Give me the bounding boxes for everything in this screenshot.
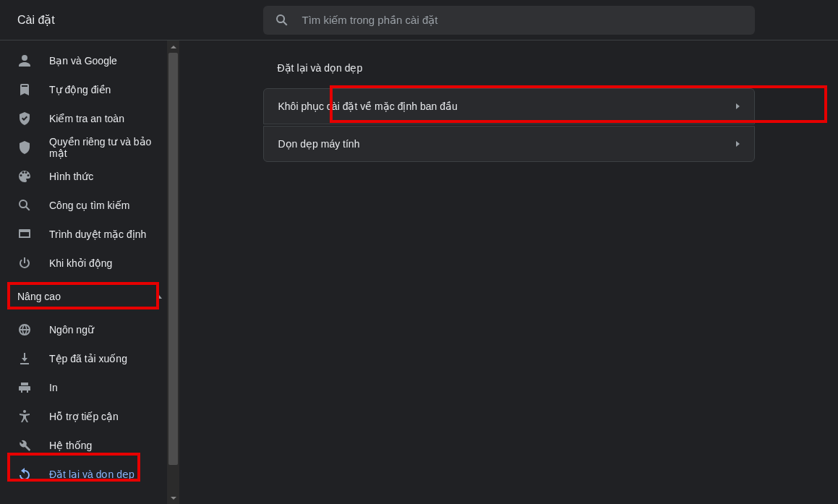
autofill-icon	[17, 82, 32, 97]
palette-icon	[17, 169, 32, 184]
page-title: Cài đặt	[0, 13, 179, 27]
scroll-up-icon[interactable]	[167, 40, 179, 53]
sidebar-scrollbar[interactable]	[167, 40, 179, 504]
sidebar-item-power[interactable]: Khi khởi động	[0, 249, 167, 278]
sidebar-item-print[interactable]: In	[0, 373, 167, 402]
download-icon	[17, 351, 32, 366]
power-icon	[17, 256, 32, 270]
sidebar-item-a11y[interactable]: Hỗ trợ tiếp cận	[0, 402, 167, 431]
search-icon	[17, 198, 32, 213]
sidebar-item-label: Đặt lại và dọn dẹp	[49, 469, 134, 480]
sidebar-item-label: Khi khởi động	[49, 257, 112, 269]
sidebar-item-label: Tệp đã tải xuống	[49, 353, 127, 364]
wrench-icon	[17, 438, 32, 453]
sidebar-item-safety[interactable]: Kiểm tra an toàn	[0, 104, 167, 133]
section-title: Đặt lại và dọn dẹp	[263, 62, 755, 74]
sidebar-item-globe[interactable]: Ngôn ngữ	[0, 315, 167, 344]
search-icon	[275, 13, 289, 27]
scroll-down-icon[interactable]	[167, 492, 179, 504]
row-restore-defaults[interactable]: Khôi phục cài đặt về mặc định ban đầu	[263, 88, 755, 124]
chevron-up-icon	[156, 295, 162, 299]
sidebar-item-label: Kiểm tra an toàn	[49, 113, 124, 124]
row-label: Dọn dẹp máy tính	[278, 138, 360, 150]
search-wrap: Tìm kiếm trong phần cài đặt	[179, 6, 838, 35]
settings-sidebar: Bạn và GoogleTự động điềnKiểm tra an toà…	[0, 40, 179, 504]
sidebar-item-download[interactable]: Tệp đã tải xuống	[0, 344, 167, 373]
sidebar-item-label: Hệ thống	[49, 440, 92, 451]
globe-icon	[17, 323, 32, 337]
sidebar-section-label: Nâng cao	[17, 291, 61, 302]
row-label: Khôi phục cài đặt về mặc định ban đầu	[278, 101, 458, 112]
row-cleanup-computer[interactable]: Dọn dẹp máy tính	[263, 126, 755, 162]
sidebar-item-label: Quyền riêng tư và bảo mật	[49, 136, 167, 159]
sidebar-item-palette[interactable]: Hình thức	[0, 162, 167, 191]
sidebar-item-search[interactable]: Công cụ tìm kiếm	[0, 191, 167, 220]
print-icon	[17, 380, 32, 395]
sidebar-item-wrench[interactable]: Hệ thống	[0, 431, 167, 460]
sidebar-item-label: Tự động điền	[49, 84, 111, 95]
scroll-thumb[interactable]	[168, 53, 178, 465]
sidebar-item-label: In	[49, 382, 58, 393]
sidebar-item-label: Hình thức	[49, 171, 93, 182]
a11y-icon	[17, 409, 32, 424]
search-input[interactable]: Tìm kiếm trong phần cài đặt	[263, 6, 755, 35]
settings-main: Đặt lại và dọn dẹp Khôi phục cài đặt về …	[179, 40, 838, 504]
sidebar-item-label: Hỗ trợ tiếp cận	[49, 411, 119, 422]
sidebar-item-label: Công cụ tìm kiếm	[49, 200, 129, 211]
sidebar-item-browser[interactable]: Trình duyệt mặc định	[0, 220, 167, 249]
search-placeholder: Tìm kiếm trong phần cài đặt	[302, 14, 438, 27]
chevron-right-icon	[736, 141, 740, 147]
settings-header: Cài đặt Tìm kiếm trong phần cài đặt	[0, 0, 838, 40]
sidebar-item-reset[interactable]: Đặt lại và dọn dẹp	[0, 460, 167, 489]
browser-icon	[17, 227, 32, 242]
chevron-right-icon	[736, 103, 740, 109]
sidebar-item-label: Bạn và Google	[49, 55, 117, 67]
sidebar-item-label: Ngôn ngữ	[49, 324, 94, 336]
privacy-icon	[17, 140, 32, 155]
safety-icon	[17, 111, 32, 126]
person-icon	[17, 54, 32, 68]
reset-icon	[17, 467, 32, 482]
sidebar-item-privacy[interactable]: Quyền riêng tư và bảo mật	[0, 133, 167, 162]
sidebar-section-advanced[interactable]: Nâng cao	[0, 282, 179, 311]
sidebar-item-person[interactable]: Bạn và Google	[0, 46, 167, 75]
sidebar-item-label: Trình duyệt mặc định	[49, 228, 146, 240]
sidebar-item-autofill[interactable]: Tự động điền	[0, 75, 167, 104]
